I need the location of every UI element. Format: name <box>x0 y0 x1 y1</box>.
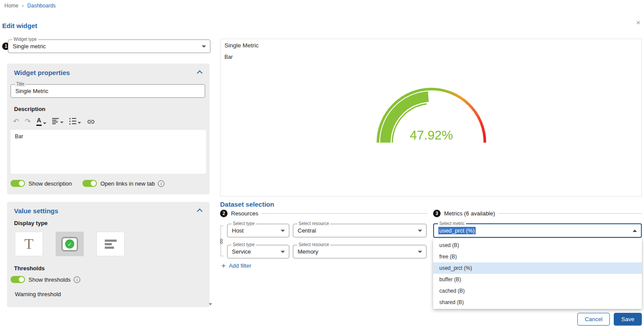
display-type-label: Display type <box>14 220 210 226</box>
metric-option[interactable]: cached (B) <box>433 285 642 297</box>
edit-widget-page: Home › Dashboards Edit widget × 1 Widget… <box>0 0 644 326</box>
resource-type-select-1[interactable]: Select type Host <box>227 224 289 237</box>
chevron-down-icon <box>281 229 285 232</box>
display-type-bar-tile[interactable] <box>96 232 125 256</box>
link-icon <box>87 118 95 126</box>
show-description-toggle[interactable] <box>11 180 25 187</box>
breadcrumb-home-link[interactable]: Home <box>4 3 18 9</box>
widget-type-label: Widget type <box>12 37 38 42</box>
collapse-chevron-icon[interactable] <box>197 208 203 214</box>
chevron-right-icon: › <box>22 2 24 9</box>
preview-description: Bar <box>224 54 233 60</box>
show-description-label: Show description <box>28 180 72 187</box>
close-icon[interactable]: × <box>636 19 640 26</box>
chevron-down-icon <box>418 251 422 253</box>
widget-type-select[interactable]: Widget type Single metric <box>8 39 210 53</box>
thresholds-label: Thresholds <box>14 265 210 272</box>
description-label: Description <box>14 106 210 112</box>
resource-type-select-2[interactable]: Select type Service <box>227 245 289 258</box>
align-button[interactable] <box>52 118 64 125</box>
metric-select-value: used_prct (%) <box>438 227 476 234</box>
title-input-value: Single Metric <box>11 85 205 97</box>
metric-options-dropdown: used (B) free (B) used_prct (%) buffer (… <box>433 239 642 309</box>
display-type-gauge-tile[interactable]: ✓ <box>56 232 84 256</box>
bar-display-icon <box>105 240 117 249</box>
breadcrumb: Home › Dashboards <box>4 2 56 9</box>
divider <box>498 213 642 214</box>
info-icon[interactable]: i <box>158 180 164 187</box>
dataset-selection-title: Dataset selection <box>220 201 274 208</box>
metrics-label: Metrics (6 available) <box>444 210 495 217</box>
title-input[interactable]: Title Single Metric <box>11 84 205 98</box>
step-3-badge: 3 <box>433 210 441 217</box>
chevron-down-icon <box>202 45 206 47</box>
insert-link-button[interactable] <box>87 118 95 126</box>
select-resource-label: Select resource <box>297 242 330 247</box>
metric-option[interactable]: used (B) <box>433 240 642 251</box>
open-links-toggle[interactable] <box>82 180 97 187</box>
chevron-up-icon <box>633 229 637 232</box>
chevron-down-icon <box>418 229 422 232</box>
show-thresholds-toggle[interactable] <box>11 276 25 283</box>
show-thresholds-label: Show thresholds <box>28 276 71 283</box>
value-settings-card: Value settings Display type T ✓ Threshol… <box>7 202 210 307</box>
metric-option[interactable]: buffer (B) <box>433 274 642 285</box>
scrollbar-down-arrow-icon[interactable] <box>209 303 212 305</box>
list-button[interactable] <box>69 118 81 125</box>
divider <box>262 213 427 214</box>
metrics-section-header: 3 Metrics (6 available) <box>433 209 642 217</box>
description-textarea[interactable]: Bar <box>11 130 206 174</box>
info-icon[interactable]: i <box>74 276 80 283</box>
collapse-chevron-icon[interactable] <box>197 70 203 76</box>
description-toolbar: ↶ ↷ A <box>13 117 210 126</box>
widget-preview-panel: Single Metric Bar 47.92% <box>220 39 642 197</box>
dialog-actions: Cancel Save <box>577 313 642 326</box>
select-resource-label: Select resource <box>297 221 330 226</box>
preview-title: Single Metric <box>224 42 259 49</box>
chevron-down-icon <box>60 122 64 123</box>
chevron-down-icon <box>78 122 81 124</box>
redo-icon[interactable]: ↷ <box>25 118 30 125</box>
add-filter-label: Add filter <box>229 262 251 269</box>
metric-option[interactable]: free (B) <box>433 251 642 262</box>
selected-check-icon: ✓ <box>65 240 75 249</box>
plus-icon: + <box>221 262 226 269</box>
gauge-value-text: 47.92% <box>410 128 453 143</box>
metric-option-selected[interactable]: used_prct (%) <box>433 262 642 274</box>
page-title: Edit widget <box>2 22 37 29</box>
text-display-icon: T <box>25 236 34 251</box>
title-input-label: Title <box>15 82 26 87</box>
align-icon <box>52 118 59 124</box>
cancel-button[interactable]: Cancel <box>577 313 610 326</box>
select-type-label: Select type <box>231 242 256 247</box>
resources-label: Resources <box>231 210 258 217</box>
open-links-label: Open links in new tab <box>100 180 155 187</box>
metric-select[interactable]: Select metric used_prct (%) <box>433 223 642 238</box>
add-filter-button[interactable]: + Add filter <box>221 262 251 269</box>
save-button[interactable]: Save <box>614 313 642 326</box>
list-icon <box>69 118 76 125</box>
resource-select-1[interactable]: Select resource Central <box>293 224 427 237</box>
display-type-text-tile[interactable]: T <box>15 232 43 256</box>
resources-section-header: 2 Resources <box>220 209 427 217</box>
link-rows-icon <box>218 238 225 245</box>
chevron-down-icon <box>281 251 285 253</box>
metric-option[interactable]: shared (B) <box>433 297 642 308</box>
step-2-badge: 2 <box>220 210 228 217</box>
select-type-label: Select type <box>231 221 256 226</box>
widget-type-value: Single metric <box>8 40 210 52</box>
breadcrumb-dashboards-link[interactable]: Dashboards <box>27 3 56 9</box>
warning-threshold-label: Warning threshold <box>15 291 210 297</box>
resource-select-2[interactable]: Select resource Memory <box>293 245 427 258</box>
text-color-button[interactable]: A <box>36 117 46 125</box>
value-settings-title: Value settings <box>14 207 58 215</box>
text-color-icon: A <box>36 117 42 125</box>
undo-icon[interactable]: ↶ <box>13 118 19 125</box>
chevron-down-icon <box>43 122 46 124</box>
widget-properties-card: Widget properties Title Single Metric De… <box>7 64 210 194</box>
select-metric-label: Select metric <box>438 221 466 226</box>
widget-properties-title: Widget properties <box>14 69 70 76</box>
